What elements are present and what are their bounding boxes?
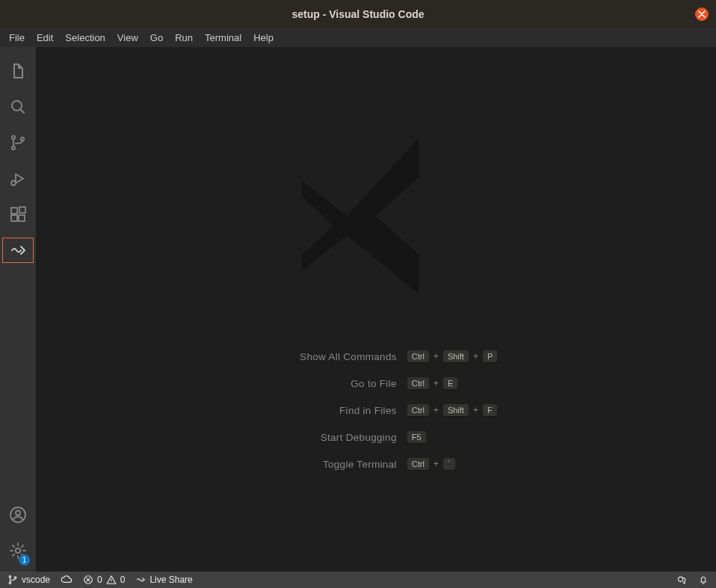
files-icon xyxy=(9,62,27,80)
menu-edit[interactable]: Edit xyxy=(31,31,59,45)
shortcut-keys: Ctrl+ Shift+ F xyxy=(407,404,497,416)
svg-point-2 xyxy=(12,146,15,149)
status-problems[interactable]: 0 0 xyxy=(81,575,126,585)
debug-icon xyxy=(9,170,27,188)
menu-file[interactable]: File xyxy=(3,31,31,45)
shortcut-start-debugging: Start Debugging F5 xyxy=(255,431,498,443)
body: 1 Show All Commands Ctrl+ Shift+ P xyxy=(0,47,716,572)
window-close-button[interactable] xyxy=(695,7,709,21)
cloud-sync-icon xyxy=(61,575,72,585)
account-icon xyxy=(9,506,27,524)
svg-point-14 xyxy=(14,577,16,579)
key: Ctrl xyxy=(407,350,429,362)
activity-live-share[interactable] xyxy=(2,238,34,263)
svg-rect-6 xyxy=(11,215,17,221)
shortcut-show-all-commands: Show All Commands Ctrl+ Shift+ P xyxy=(255,350,498,362)
shortcut-keys: F5 xyxy=(407,431,426,443)
svg-point-10 xyxy=(16,511,20,516)
activity-manage[interactable]: 1 xyxy=(1,533,34,569)
status-branch[interactable]: vscode xyxy=(6,575,52,585)
svg-rect-8 xyxy=(19,207,25,213)
svg-point-16 xyxy=(679,577,683,581)
titlebar: setup - Visual Studio Code xyxy=(0,0,716,28)
plus-icon: + xyxy=(433,405,439,415)
shortcut-label: Toggle Terminal xyxy=(255,459,397,470)
shortcut-label: Find in Files xyxy=(255,405,397,416)
svg-point-1 xyxy=(12,136,15,139)
activity-accounts[interactable] xyxy=(1,497,34,533)
status-live-share-label: Live Share xyxy=(149,575,192,585)
search-icon xyxy=(9,98,27,116)
key: F xyxy=(483,404,497,416)
vscode-window: setup - Visual Studio Code File Edit Sel… xyxy=(0,0,716,588)
activity-source-control[interactable] xyxy=(1,125,34,161)
live-share-icon xyxy=(135,575,146,585)
key: Ctrl xyxy=(407,404,429,416)
activity-extensions[interactable] xyxy=(1,196,34,232)
editor-area: Show All Commands Ctrl+ Shift+ P Go to F… xyxy=(36,47,716,572)
vscode-watermark xyxy=(279,119,473,313)
svg-point-3 xyxy=(21,137,24,140)
shortcut-list: Show All Commands Ctrl+ Shift+ P Go to F… xyxy=(255,350,498,470)
shortcut-keys: Ctrl+ Shift+ P xyxy=(407,350,498,362)
key: ` xyxy=(443,458,455,470)
svg-point-11 xyxy=(16,548,20,553)
key: F5 xyxy=(407,431,426,443)
error-icon xyxy=(83,575,93,585)
key: Ctrl xyxy=(407,377,429,389)
activity-bar: 1 xyxy=(0,47,36,572)
close-icon xyxy=(698,10,706,18)
menu-selection[interactable]: Selection xyxy=(59,31,111,45)
statusbar: vscode 0 0 Live Share xyxy=(0,572,716,588)
shortcut-keys: Ctrl+ E xyxy=(407,377,457,389)
shortcut-keys: Ctrl+ ` xyxy=(407,458,455,470)
status-feedback[interactable] xyxy=(675,575,689,586)
key: P xyxy=(483,350,497,362)
key: E xyxy=(443,377,457,389)
status-errors-count: 0 xyxy=(97,575,102,585)
live-share-icon xyxy=(9,241,27,259)
shortcut-label: Show All Commands xyxy=(255,351,397,362)
shortcut-find-in-files: Find in Files Ctrl+ Shift+ F xyxy=(255,404,498,416)
menu-go[interactable]: Go xyxy=(144,31,169,45)
feedback-icon xyxy=(676,575,688,586)
menu-run[interactable]: Run xyxy=(169,31,199,45)
key: Ctrl xyxy=(407,458,429,470)
status-notifications[interactable] xyxy=(697,575,710,585)
svg-point-13 xyxy=(9,582,11,584)
activity-run-debug[interactable] xyxy=(1,161,34,196)
status-live-share[interactable]: Live Share xyxy=(134,575,194,585)
window-title: setup - Visual Studio Code xyxy=(291,8,424,20)
branch-icon xyxy=(7,575,18,585)
extensions-icon xyxy=(9,205,27,223)
bell-icon xyxy=(698,575,709,585)
plus-icon: + xyxy=(433,351,439,362)
activity-search[interactable] xyxy=(1,89,34,125)
vscode-logo-icon xyxy=(279,119,473,313)
activity-explorer[interactable] xyxy=(1,53,34,89)
svg-point-12 xyxy=(9,576,11,578)
status-warnings-count: 0 xyxy=(120,575,126,585)
menu-terminal[interactable]: Terminal xyxy=(199,31,247,45)
plus-icon: + xyxy=(433,459,439,469)
shortcut-label: Go to File xyxy=(255,378,397,389)
shortcut-go-to-file: Go to File Ctrl+ E xyxy=(255,377,498,389)
menu-view[interactable]: View xyxy=(111,31,144,45)
key: Shift xyxy=(443,404,469,416)
svg-rect-7 xyxy=(19,215,25,221)
branch-icon xyxy=(9,134,27,152)
svg-rect-5 xyxy=(11,208,17,214)
key: Shift xyxy=(443,350,469,362)
shortcut-toggle-terminal: Toggle Terminal Ctrl+ ` xyxy=(255,458,498,470)
settings-badge: 1 xyxy=(19,554,30,566)
menu-help[interactable]: Help xyxy=(247,31,280,45)
svg-point-4 xyxy=(11,181,16,185)
plus-icon: + xyxy=(473,405,478,415)
status-branch-name: vscode xyxy=(22,575,50,585)
status-sync[interactable] xyxy=(59,575,74,585)
plus-icon: + xyxy=(433,378,439,389)
plus-icon: + xyxy=(473,351,478,362)
menubar: File Edit Selection View Go Run Terminal… xyxy=(0,28,716,47)
warning-icon xyxy=(106,575,117,585)
shortcut-label: Start Debugging xyxy=(255,432,397,443)
